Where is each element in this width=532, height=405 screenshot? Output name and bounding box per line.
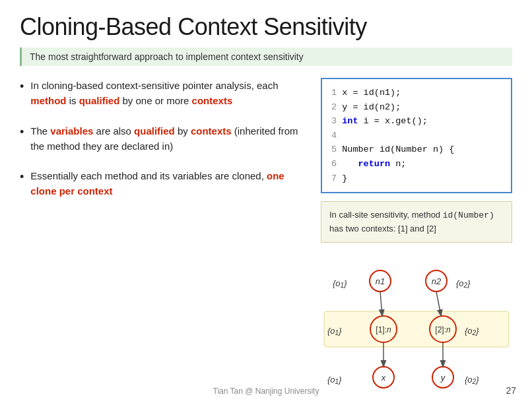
code-line-1: 1 x = id(n1); <box>331 86 502 100</box>
code-line-4: 4 <box>331 129 502 143</box>
highlight-variables: variables <box>50 125 93 137</box>
label-1n: [1]:n <box>376 325 391 334</box>
highlight-contexts-1: contexts <box>192 95 233 106</box>
info-text-2: has two contexts: [1] and [2] <box>329 224 436 234</box>
bullet-item-1: • In cloning-based context-sensitive poi… <box>20 78 301 109</box>
label-o1-mid: {o1} <box>327 326 342 336</box>
bullet-text-1: In cloning-based context-sensitive point… <box>30 78 301 109</box>
label-n1: n1 <box>376 276 385 286</box>
code-box: 1 x = id(n1); 2 y = id(n2); 3 int i = x.… <box>321 78 512 193</box>
highlight-method: method <box>30 95 66 106</box>
label-2n: [2]:n <box>435 325 451 334</box>
slide-title: Cloning-Based Context Sensitivity <box>20 13 512 41</box>
label-o1-top: {o1} <box>333 278 347 289</box>
bullet-text-2: The variables are also qualified by cont… <box>30 123 301 154</box>
diagram: {o1} n1 n2 {o2} {o1} [1]:n <box>321 253 512 392</box>
code-line-6: 6 return n; <box>331 157 502 171</box>
slide-number: 27 <box>506 385 516 396</box>
diagram-svg: {o1} n1 n2 {o2} {o1} [1]:n <box>321 253 512 392</box>
label-o2-mid: {o2} <box>465 326 479 336</box>
label-o2-bot: {o2} <box>465 375 479 385</box>
label-x: x <box>381 373 386 383</box>
right-column: 1 x = id(n1); 2 y = id(n2); 3 int i = x.… <box>321 78 512 392</box>
subtitle-text: The most straightforward approach to imp… <box>30 51 304 62</box>
bullet-item-2: • The variables are also qualified by co… <box>20 123 301 154</box>
info-code: id(Number) <box>443 210 494 220</box>
bullet-text-3: Essentially each method and its variable… <box>30 168 301 199</box>
code-line-2: 2 y = id(n2); <box>331 100 502 115</box>
code-line-7: 7 } <box>331 171 502 186</box>
left-column: • In cloning-based context-sensitive poi… <box>20 78 308 392</box>
svg-rect-0 <box>324 311 509 347</box>
bullet-dot-2: • <box>20 123 24 142</box>
highlight-contexts-2: contexts <box>191 125 232 137</box>
code-line-5: 5 Number id(Number n) { <box>331 142 502 157</box>
label-o1-bot: {o1} <box>327 375 342 385</box>
bullet-dot-3: • <box>20 168 24 187</box>
code-line-3: 3 int i = x.get(); <box>331 114 502 129</box>
label-o2-top: {o2} <box>456 278 471 289</box>
label-y: y <box>440 373 446 383</box>
bullet-item-3: • Essentially each method and its variab… <box>20 168 301 199</box>
bullet-dot-1: • <box>20 78 24 96</box>
info-box: In call-site sensitivity, method id(Numb… <box>321 201 512 243</box>
highlight-qualified-2: qualified <box>134 125 175 137</box>
label-n2: n2 <box>432 276 442 286</box>
footer-text: Tian Tan @ Nanjing University <box>213 387 319 396</box>
slide: Cloning-Based Context Sensitivity The mo… <box>0 0 532 405</box>
highlight-qualified-1: qualified <box>79 95 120 106</box>
info-text-1: In call-site sensitivity, method <box>329 210 443 220</box>
highlight-clone: one clone per context <box>30 170 284 197</box>
content-area: • In cloning-based context-sensitive poi… <box>20 78 512 392</box>
subtitle-bar: The most straightforward approach to imp… <box>20 47 512 66</box>
